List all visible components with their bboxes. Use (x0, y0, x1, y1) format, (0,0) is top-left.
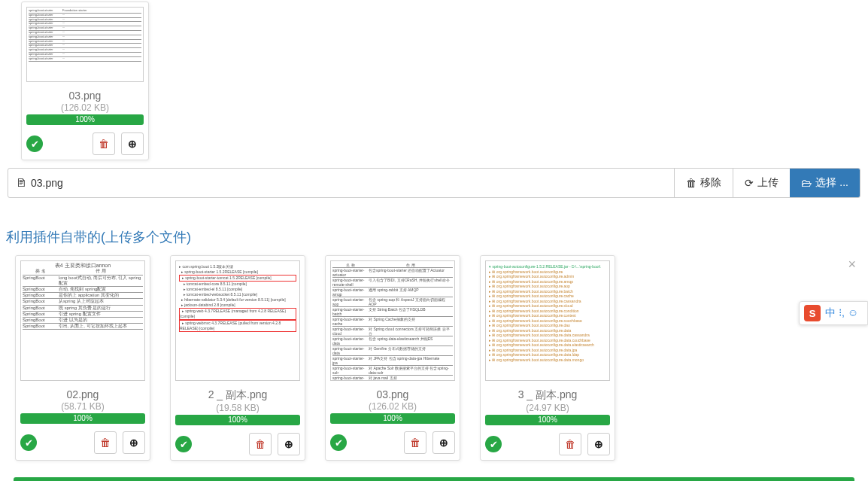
delete-button[interactable]: 🗑 (249, 433, 272, 455)
delete-button[interactable]: 🗑 (94, 431, 117, 454)
progress-bar: 100% (330, 413, 455, 424)
progress-fill: 100% (26, 114, 144, 125)
trash-icon: 🗑 (686, 177, 697, 189)
delete-button[interactable]: 🗑 (559, 433, 581, 455)
filesize-label: (126.02 KB) (26, 102, 144, 113)
progress-bar: 100% (26, 114, 144, 125)
overall-progress-bar: 100% (14, 477, 854, 481)
thumbnail-image: ▸ com.spring.boot 1.5.2版本关键 ▸ spring-boo… (175, 260, 300, 381)
zoom-button[interactable]: ⊕ (432, 431, 455, 454)
status-success-icon: ✔ (485, 436, 502, 452)
thumbnail-image: spring-boot-starterFoundation starter sp… (26, 7, 144, 82)
filename-label: 03.png (26, 90, 144, 102)
file-input-display[interactable]: 🖹 03.png (8, 169, 674, 197)
thumbnail-image: ▾ spring-boot-autoconfigure-1.5.2.RELEAS… (485, 260, 610, 381)
filename-label: 02.png (20, 388, 145, 400)
thumbnail-image: 表4 主要类和接口annon 类 名作 用 SpringBootlong boo… (20, 260, 145, 381)
file-icon: 🖹 (16, 177, 26, 189)
file-card: ▾ spring-boot-autoconfigure-1.5.2.RELEAS… (480, 255, 615, 461)
folder-open-icon: 🗁 (801, 177, 812, 189)
progress-bar: 100% (485, 415, 610, 425)
filesize-label: (126.02 KB) (330, 401, 455, 412)
filesize-label: (19.58 KB) (175, 403, 300, 413)
remove-button[interactable]: 🗑 移除 (674, 169, 733, 197)
progress-bar: 100% (20, 413, 145, 424)
filename-label: 3 _ 副本.png (485, 388, 610, 402)
multi-upload-gallery: × 表4 主要类和接口annon 类 名作 用 SpringBootlong b… (0, 254, 868, 462)
section-title: 利用插件自带的(上传多个文件) (6, 228, 868, 246)
status-success-icon: ✔ (330, 434, 347, 451)
status-success-icon: ✔ (20, 434, 37, 451)
filename-label: 03.png (330, 388, 455, 400)
file-input-row: 🖹 03.png 🗑 移除 ⟳ 上传 🗁 选择 ... (8, 168, 860, 198)
file-card-top: spring-boot-starterFoundation starter sp… (21, 2, 149, 160)
filesize-label: (58.71 KB) (20, 401, 145, 412)
zoom-button[interactable]: ⊕ (121, 132, 144, 155)
file-card: 名 称作 用 spring-boot-starter-actuator包含spr… (325, 255, 460, 461)
file-card: ▸ com.spring.boot 1.5.2版本关键 ▸ spring-boo… (170, 255, 305, 461)
progress-bar: 100% (175, 415, 300, 425)
zoom-button[interactable]: ⊕ (278, 433, 300, 455)
status-success-icon: ✔ (26, 135, 43, 152)
selected-filename: 03.png (31, 177, 63, 189)
ime-floater[interactable]: S 中 ⁝, ☺ (799, 301, 868, 325)
filesize-label: (24.97 KB) (485, 403, 610, 413)
file-card: 表4 主要类和接口annon 类 名作 用 SpringBootlong boo… (15, 255, 150, 461)
ime-badge-icon: S (804, 305, 821, 321)
status-success-icon: ✔ (175, 436, 192, 452)
close-icon[interactable]: × (848, 257, 856, 272)
overall-progress-fill: 100% (14, 477, 854, 481)
zoom-button[interactable]: ⊕ (587, 433, 610, 455)
zoom-button[interactable]: ⊕ (123, 431, 145, 454)
delete-button[interactable]: 🗑 (404, 431, 426, 454)
upload-icon: ⟳ (745, 177, 754, 189)
filename-label: 2 _ 副本.png (175, 388, 300, 402)
ime-label: 中 ⁝, ☺ (825, 306, 858, 320)
delete-button[interactable]: 🗑 (93, 132, 115, 155)
thumbnail-image: 名 称作 用 spring-boot-starter-actuator包含spr… (330, 260, 455, 381)
select-button[interactable]: 🗁 选择 ... (790, 169, 860, 197)
upload-button[interactable]: ⟳ 上传 (733, 169, 790, 197)
